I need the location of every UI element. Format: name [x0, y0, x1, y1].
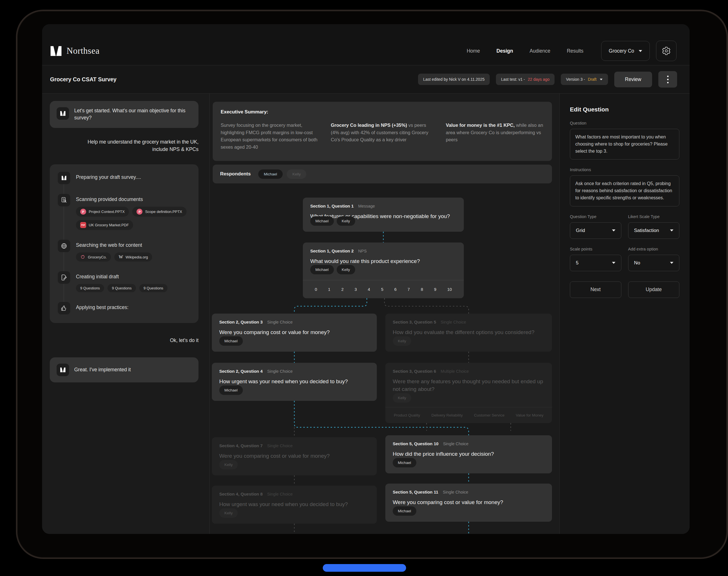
- last-edited-text: Last edited by Nick V on 4.11.2025: [423, 77, 484, 82]
- question-card[interactable]: Section 2, Question 3Single Choice Were …: [212, 314, 377, 352]
- question-card[interactable]: Section 2, Question 4Single Choice How u…: [212, 363, 377, 401]
- chevron-down-icon: [612, 262, 615, 264]
- step-label: Preparing your draft survey....: [76, 174, 141, 180]
- stage: Northsea Home Design Audience Results Gr…: [0, 0, 728, 576]
- user-message: Help me understand the grocery market in…: [75, 138, 198, 153]
- question-type: NPS: [358, 249, 367, 253]
- nps-value[interactable]: 4: [368, 287, 370, 292]
- timeline-step-drafting: Creating initial draft 9 Questions 9 Que…: [58, 271, 191, 292]
- question-text: Were you comparing cost or value for mon…: [219, 329, 369, 336]
- question-type: Single Choice: [443, 441, 468, 446]
- question-type-label: Question Type: [570, 214, 621, 219]
- respondent-tag: Michael: [219, 385, 243, 395]
- likert-type-select[interactable]: Satisfaction: [628, 222, 680, 239]
- last-test-prefix: Last test: v1 -: [501, 77, 525, 82]
- question-card[interactable]: Section 4, Question 8Single Choice How u…: [212, 486, 377, 524]
- survey-header: Grocery Co CSAT Survey Last edited by Ni…: [42, 65, 690, 93]
- question-card[interactable]: Section 5, Question 10Single Choice How …: [385, 435, 552, 473]
- source-chip-label: GroceryCo.: [88, 255, 107, 259]
- question-card[interactable]: Section 5, Question 11Single Choice Were…: [385, 484, 552, 522]
- version-prefix: Version 3 -: [566, 77, 585, 82]
- executive-summary-card: Executive Summary: Survey focusing on th…: [213, 102, 552, 161]
- option-label: Delivery Reliability: [431, 413, 463, 417]
- nps-value[interactable]: 9: [434, 287, 436, 292]
- respondent-chip-kelly[interactable]: Kelly: [287, 169, 306, 179]
- timeline-step-preparing: Preparing your draft survey....: [58, 172, 191, 184]
- project-selector[interactable]: Grocery Co: [601, 41, 650, 61]
- more-options-button[interactable]: [658, 71, 677, 88]
- nav-item-design[interactable]: Design: [497, 48, 513, 54]
- respondent-tag: Kelly: [337, 217, 355, 226]
- executive-summary-columns: Survey focusing on the grocery market, h…: [221, 122, 544, 151]
- thumbs-up-icon: [58, 302, 70, 314]
- step-label: Applying best practices:: [76, 305, 129, 311]
- update-button[interactable]: Update: [628, 282, 680, 298]
- assistant-message: Let's get started. What's our main objec…: [50, 101, 198, 128]
- question-section: Section 1, Question 1: [310, 204, 354, 208]
- brand-name: Northsea: [66, 46, 100, 56]
- settings-button[interactable]: [656, 41, 676, 61]
- nps-value[interactable]: 6: [394, 287, 396, 292]
- file-chip[interactable]: PDF UK Grocery Market.PDF: [76, 220, 133, 230]
- nav-item-results[interactable]: Results: [567, 48, 583, 54]
- instructions-field[interactable]: Ask once for each criterion rated in Q5,…: [570, 175, 679, 206]
- pdf-icon: PDF: [80, 222, 86, 228]
- respondent-tag: Michael: [310, 265, 334, 275]
- nav-item-home[interactable]: Home: [467, 48, 480, 54]
- chevron-down-icon: [612, 229, 615, 231]
- question-type: Single Choice: [267, 320, 292, 324]
- nav-item-audience[interactable]: Audience: [530, 48, 550, 54]
- nps-value[interactable]: 8: [421, 287, 423, 292]
- nps-value[interactable]: 1: [328, 287, 331, 292]
- file-chip-label: UK Grocery Market.PDF: [89, 223, 129, 227]
- summary-column: Survey focusing on the grocery market, h…: [221, 122, 319, 151]
- version-selector[interactable]: Version 3 - Draft: [561, 74, 608, 85]
- question-card[interactable]: Section 3, Question 5Single Choice How d…: [385, 314, 552, 352]
- nps-scale[interactable]: 0 1 2 3 4 5 6 7 8 9 10: [303, 280, 464, 298]
- chevron-down-icon: [639, 50, 642, 52]
- option-label: Product Quality: [394, 413, 420, 417]
- file-chip[interactable]: P Project Context.PPTX: [76, 207, 129, 217]
- source-chip[interactable]: W Wikipedia.org: [114, 253, 152, 262]
- assistant-avatar: [57, 107, 69, 120]
- panel-title: Edit Question: [570, 106, 679, 113]
- review-button[interactable]: Review: [614, 71, 652, 87]
- question-card[interactable]: Section 3, Question 6Multiple Choice Wer…: [385, 363, 552, 423]
- respondent-tag: Kelly: [219, 460, 238, 469]
- header-actions: Last edited by Nick V on 4.11.2025 Last …: [418, 71, 677, 88]
- respondents-bar: Respondents Michael Kelly: [213, 165, 552, 183]
- extra-option-select[interactable]: No: [628, 255, 680, 271]
- question-count-chip[interactable]: 9 Questions: [108, 284, 136, 292]
- respondent-tag: Michael: [393, 506, 416, 516]
- nps-value[interactable]: 0: [315, 287, 317, 292]
- question-count-chip[interactable]: 9 Questions: [139, 284, 168, 292]
- edit-question-panel: Edit Question Question What factors are …: [559, 93, 690, 534]
- nps-value[interactable]: 5: [381, 287, 383, 292]
- nps-value[interactable]: 7: [408, 287, 410, 292]
- executive-summary-title: Executive Summary:: [221, 109, 544, 115]
- step-label: Scanning provided documents: [76, 197, 191, 202]
- scale-points-select[interactable]: 5: [570, 255, 621, 271]
- next-button[interactable]: Next: [570, 282, 621, 298]
- nps-value[interactable]: 2: [341, 287, 343, 292]
- question-text: Were there any features you thought you …: [393, 378, 544, 393]
- question-field[interactable]: What factors are most important to you w…: [570, 129, 679, 160]
- project-selector-value: Grocery Co: [609, 48, 634, 54]
- nps-value[interactable]: 10: [447, 287, 452, 292]
- step-label: Creating initial draft: [76, 274, 168, 280]
- question-type-select[interactable]: Grid: [570, 222, 621, 239]
- home-indicator: [323, 564, 406, 572]
- respondent-tag: Kelly: [219, 508, 238, 518]
- question-card[interactable]: Section 1, Question 2NPS What would you …: [303, 242, 464, 298]
- question-card[interactable]: Section 4, Question 7Single Choice Were …: [212, 437, 377, 476]
- question-type: Single Choice: [441, 320, 466, 324]
- question-card[interactable]: Section 1, Question 1Message What featur…: [303, 198, 464, 232]
- timeline-step-best-practices: Applying best practices:: [58, 302, 191, 314]
- question-count-chip[interactable]: 9 Questions: [76, 284, 104, 292]
- question-section: Section 2, Question 3: [219, 320, 263, 324]
- file-chip[interactable]: P Scope definition.PPTX: [132, 207, 186, 217]
- nps-value[interactable]: 3: [355, 287, 357, 292]
- source-chip[interactable]: GroceryCo.: [76, 253, 111, 262]
- question-text: How urgent was your need when you decide…: [219, 378, 369, 385]
- respondent-chip-michael[interactable]: Michael: [258, 169, 283, 179]
